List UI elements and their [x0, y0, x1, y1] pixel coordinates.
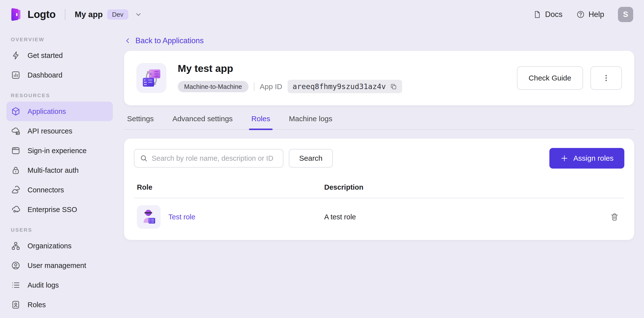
app-header-card: My test app Machine-to-Machine App ID ar… [124, 51, 634, 105]
list-icon [11, 280, 21, 290]
help-link[interactable]: Help [576, 10, 604, 19]
roles-table-header: Role Description [134, 179, 624, 198]
logto-logo-icon [10, 8, 22, 21]
sidebar-item-api-resources[interactable]: API resources [6, 121, 113, 141]
back-to-applications-link[interactable]: Back to Applications [124, 36, 204, 45]
more-actions-button[interactable] [590, 66, 622, 90]
docs-link[interactable]: Docs [533, 10, 563, 19]
column-header-role: Role [137, 183, 324, 191]
question-circle-icon [576, 10, 585, 19]
app-type-tag: Machine-to-Machine [178, 81, 248, 92]
sidebar-item-user-management[interactable]: User management [6, 256, 113, 275]
roles-table: Role Description Test role A test role [134, 179, 624, 238]
brand-name: Logto [28, 8, 56, 20]
roles-panel: Search Assign roles Role Description Tes… [124, 139, 634, 240]
logto-brand[interactable]: Logto [10, 8, 56, 21]
tab-roles[interactable]: Roles [252, 115, 270, 129]
trash-icon [610, 212, 619, 222]
clouds-icon [11, 185, 21, 195]
section-label-users: USERS [11, 226, 108, 234]
delete-role-button[interactable] [608, 210, 622, 224]
kebab-menu-icon [602, 74, 610, 82]
meta-divider [254, 82, 254, 91]
copy-icon [390, 83, 397, 90]
cloud-box-icon [11, 126, 21, 136]
app-id-value: areeq8fhmy9szud31az4v [292, 82, 386, 91]
plus-icon [560, 154, 568, 162]
user-circle-icon [11, 261, 21, 270]
main-content: Back to Applications My test app Machine… [124, 29, 634, 318]
chevron-down-icon [135, 11, 142, 18]
document-icon [533, 10, 542, 19]
id-card-icon [11, 300, 21, 310]
sidebar-item-roles[interactable]: Roles [6, 295, 113, 315]
cube-icon [11, 107, 21, 116]
sidebar-item-organizations[interactable]: Organizations [6, 236, 113, 256]
table-row: Test role A test role [134, 198, 624, 238]
bar-chart-icon [11, 70, 21, 80]
tab-machine-logs[interactable]: Machine logs [289, 115, 332, 129]
sidebar: OVERVIEW Get started Dashboard RESOURCES… [0, 29, 119, 318]
search-icon [140, 154, 148, 162]
tenant-switcher[interactable]: My app Dev [75, 9, 142, 20]
chevron-left-icon [124, 37, 132, 44]
tenant-name: My app [75, 10, 103, 19]
avatar-initial: S [623, 10, 628, 19]
docs-label: Docs [545, 10, 563, 19]
sidebar-item-multi-factor-auth[interactable]: Multi-factor auth [6, 160, 113, 180]
user-avatar[interactable]: S [618, 7, 633, 22]
sidebar-item-audit-logs[interactable]: Audit logs [6, 275, 113, 295]
section-label-resources: RESOURCES [11, 92, 108, 99]
env-badge: Dev [107, 9, 128, 20]
org-chart-icon [11, 241, 21, 251]
section-label-overview: OVERVIEW [11, 36, 108, 43]
role-search-box [134, 149, 284, 167]
sidebar-item-applications[interactable]: Applications [6, 102, 113, 121]
app-detail-tabs: Settings Advanced settings Roles Machine… [124, 115, 634, 130]
app-id-label: App ID [260, 82, 282, 91]
topbar: Logto My app Dev Docs Help S [0, 0, 644, 29]
role-description: A test role [324, 213, 602, 221]
role-search-input[interactable] [152, 154, 278, 162]
app-id-copy-pill[interactable]: areeq8fhmy9szud31az4v [288, 80, 402, 93]
cloud-key-icon [11, 205, 21, 214]
sidebar-item-sign-in-experience[interactable]: Sign-in experience [6, 141, 113, 160]
column-header-description: Description [324, 183, 602, 191]
tab-settings[interactable]: Settings [127, 115, 154, 129]
assign-roles-button[interactable]: Assign roles [549, 148, 624, 168]
browser-icon [11, 146, 21, 156]
role-name-link[interactable]: Test role [168, 213, 196, 221]
machine-to-machine-app-icon [136, 63, 166, 93]
lightning-icon [11, 51, 21, 60]
sidebar-item-enterprise-sso[interactable]: Enterprise SSO [6, 200, 113, 219]
sidebar-item-get-started[interactable]: Get started [6, 46, 113, 65]
search-button[interactable]: Search [289, 149, 333, 167]
check-guide-button[interactable]: Check Guide [517, 66, 583, 90]
sidebar-item-connectors[interactable]: Connectors [6, 180, 113, 200]
help-label: Help [588, 10, 604, 19]
topbar-divider [65, 9, 66, 20]
app-title: My test app [178, 63, 402, 74]
sidebar-item-dashboard[interactable]: Dashboard [6, 65, 113, 85]
machine-role-icon [137, 205, 160, 229]
tab-advanced-settings[interactable]: Advanced settings [172, 115, 232, 129]
lock-icon [11, 165, 21, 175]
